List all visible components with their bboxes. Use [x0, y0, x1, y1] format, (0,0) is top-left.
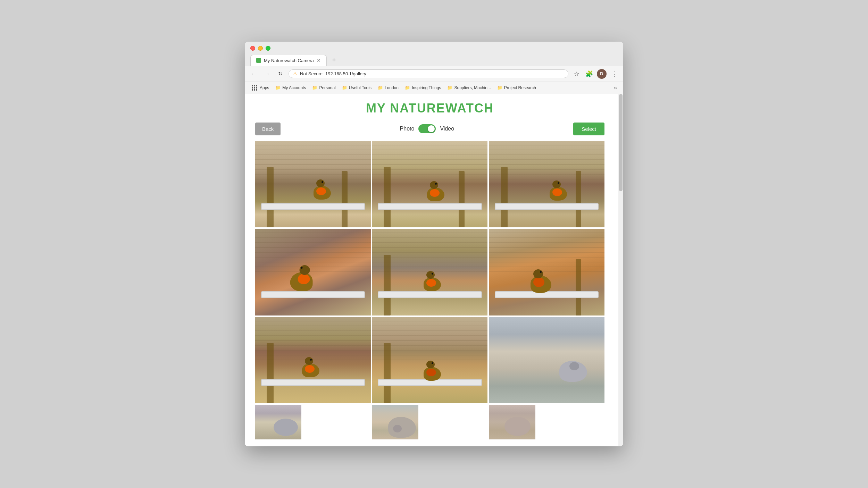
back-button[interactable]: ← [249, 69, 259, 79]
gallery-item[interactable] [489, 317, 604, 403]
gallery-item[interactable] [489, 405, 535, 439]
address-bar[interactable]: ⚠ Not Secure 192.168.50.1/gallery [289, 69, 568, 78]
bookmarks-more-button[interactable]: » [612, 84, 619, 92]
tab-title: My Naturewatch Camera [264, 58, 314, 63]
folder-icon-personal: 📁 [312, 85, 317, 90]
bookmark-useful-tools[interactable]: 📁 Useful Tools [339, 84, 374, 92]
forward-button[interactable]: → [262, 69, 272, 79]
gallery-item[interactable] [489, 229, 604, 315]
image-grid [255, 141, 604, 440]
select-button[interactable]: Select [573, 123, 604, 135]
page-content: MY NATUREWATCH Back Photo Video Select [245, 94, 623, 447]
bookmark-label-inspiring-things: Inspiring Things [412, 85, 441, 90]
folder-icon-useful-tools: 📁 [342, 85, 347, 90]
reload-button[interactable]: ↻ [275, 69, 285, 79]
bookmark-apps[interactable]: Apps [249, 84, 272, 92]
title-bar: My Naturewatch Camera ✕ + [245, 42, 623, 66]
menu-button[interactable]: ⋮ [609, 69, 619, 79]
bookmark-london[interactable]: 📁 London [375, 84, 401, 92]
toolbar-actions: ☆ 🧩 D ⋮ [572, 69, 619, 79]
photo-label: Photo [400, 126, 415, 132]
back-button-page[interactable]: Back [255, 123, 281, 135]
page-inner: MY NATUREWATCH Back Photo Video Select [245, 94, 618, 447]
gallery-item[interactable] [255, 229, 371, 315]
gallery-item[interactable] [372, 317, 488, 404]
bookmark-personal[interactable]: 📁 Personal [309, 84, 338, 92]
toggle-area: Photo Video [400, 124, 454, 133]
folder-icon-inspiring-things: 📁 [405, 85, 410, 90]
bookmark-label-my-accounts: My Accounts [282, 85, 306, 90]
security-warning-icon: ⚠ [293, 71, 297, 76]
scrollbar-track [618, 94, 623, 447]
bookmark-suppliers[interactable]: 📁 Suppliers, Machin... [444, 84, 493, 92]
video-label: Video [440, 126, 454, 132]
toggle-knob [428, 125, 435, 132]
new-tab-button[interactable]: + [329, 54, 339, 66]
security-warning-text: Not Secure [300, 71, 323, 76]
scrollbar-thumb[interactable] [619, 94, 623, 191]
folder-icon-project-research: 📁 [497, 85, 502, 90]
apps-grid-icon [252, 85, 257, 91]
bookmark-my-accounts[interactable]: 📁 My Accounts [273, 84, 309, 92]
bookmark-project-research[interactable]: 📁 Project Research [494, 84, 539, 92]
top-controls: Back Photo Video Select [255, 123, 604, 135]
gallery-item[interactable] [255, 141, 371, 227]
photo-video-toggle[interactable] [418, 124, 436, 133]
traffic-lights [250, 46, 618, 51]
folder-icon-my-accounts: 📁 [275, 85, 281, 90]
tab-close-icon[interactable]: ✕ [317, 58, 321, 63]
bookmark-label-project-research: Project Research [504, 85, 536, 90]
bookmark-label-personal: Personal [319, 85, 335, 90]
gallery-item[interactable] [372, 405, 418, 439]
user-avatar[interactable]: D [597, 69, 607, 79]
close-button[interactable] [250, 46, 255, 51]
browser-window: My Naturewatch Camera ✕ + ← → ↻ ⚠ Not Se… [245, 42, 623, 447]
minimize-button[interactable] [258, 46, 263, 51]
bookmarks-bar: Apps 📁 My Accounts 📁 Personal 📁 Useful T… [245, 82, 623, 94]
gallery-item[interactable] [372, 141, 488, 228]
folder-icon-suppliers: 📁 [447, 85, 452, 90]
fullscreen-button[interactable] [266, 46, 270, 51]
bookmark-inspiring-things[interactable]: 📁 Inspiring Things [402, 84, 444, 92]
bookmark-star-button[interactable]: ☆ [572, 69, 582, 79]
folder-icon-london: 📁 [378, 85, 383, 90]
gallery-item[interactable] [489, 141, 604, 227]
tab-favicon [256, 58, 261, 63]
gallery-item[interactable] [372, 229, 488, 315]
gallery-item[interactable] [255, 405, 301, 439]
apps-label: Apps [260, 85, 269, 90]
active-tab[interactable]: My Naturewatch Camera ✕ [250, 55, 327, 66]
bookmark-label-useful-tools: Useful Tools [349, 85, 372, 90]
extensions-button[interactable]: 🧩 [584, 69, 594, 79]
bookmark-label-suppliers: Suppliers, Machin... [454, 85, 491, 90]
address-text: 192.168.50.1/gallery [325, 71, 366, 76]
toolbar: ← → ↻ ⚠ Not Secure 192.168.50.1/gallery … [245, 66, 623, 82]
bookmark-label-london: London [385, 85, 399, 90]
gallery-item[interactable] [255, 317, 371, 403]
page-title: MY NATUREWATCH [255, 101, 604, 116]
tabs-row: My Naturewatch Camera ✕ + [250, 54, 618, 66]
